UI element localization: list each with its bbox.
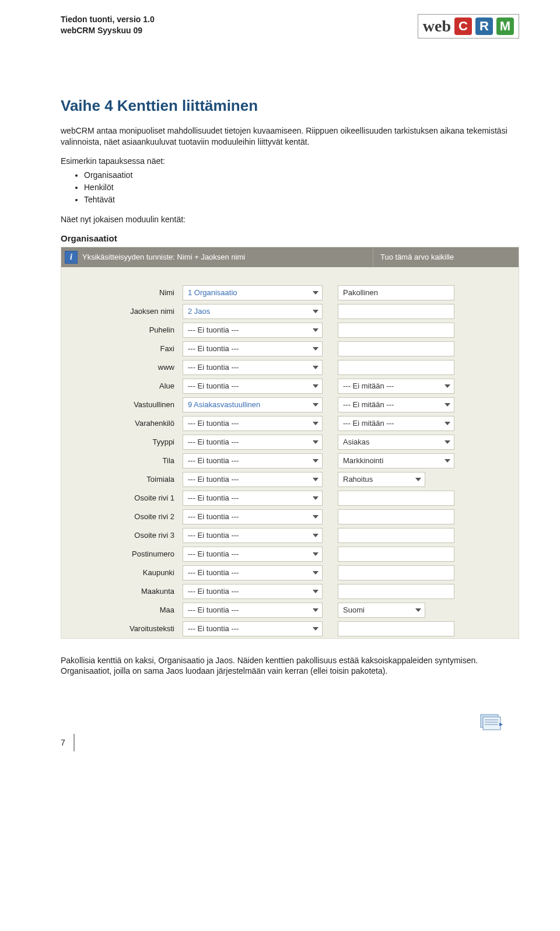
import-column-select[interactable]: --- Ei tuontia --- [183,341,323,356]
list-item: Tehtävät [84,194,519,206]
page-number-block: 7 [61,734,519,751]
import-column-select[interactable]: --- Ei tuontia --- [183,621,323,636]
default-value-cell [338,621,454,636]
default-value-cell: --- Ei mitään --- [338,379,454,394]
default-value-select[interactable]: --- Ei mitään --- [338,416,454,431]
import-column-select[interactable]: 9 Asiakasvastuullinen [183,397,323,412]
select-value: --- Ei tuontia --- [188,568,239,577]
default-value-input[interactable]: Pakollinen [338,285,454,300]
list-item: Henkilöt [84,181,519,194]
default-value-select[interactable]: Suomi [338,603,425,618]
field-label: Puhelin [61,326,178,334]
document-subtitle: webCRM Syyskuu 09 [61,25,155,36]
field-label: Osoite rivi 2 [61,512,178,521]
info-icon[interactable]: i [65,251,78,264]
import-column-select[interactable]: --- Ei tuontia --- [183,528,323,543]
import-column-select[interactable]: --- Ei tuontia --- [183,416,323,431]
select-value: Asiakas [343,438,370,446]
field-row: Osoite rivi 2--- Ei tuontia --- [61,508,519,526]
chevron-down-icon [313,366,318,369]
import-column-select[interactable]: --- Ei tuontia --- [183,565,323,580]
default-value-cell [338,304,454,319]
chevron-down-icon [313,496,318,500]
page-number-divider [74,734,75,751]
chevron-down-icon [313,328,318,332]
default-value-select[interactable]: --- Ei mitään --- [338,397,454,412]
chevron-down-icon [444,403,450,407]
chevron-down-icon [313,515,318,519]
default-value-select[interactable]: Asiakas [338,435,454,450]
field-row: www--- Ei tuontia --- [61,358,519,377]
logo-text: web [423,17,451,36]
default-value-input[interactable] [338,360,454,375]
chevron-down-icon [313,384,318,388]
default-value-cell: Asiakas [338,435,454,450]
field-label: Maakunta [61,587,178,596]
chevron-down-icon [444,440,450,444]
field-row: Tyyppi--- Ei tuontia ---Asiakas [61,433,519,452]
chevron-down-icon [313,627,318,631]
example-list: Organisaatiot Henkilöt Tehtävät [78,169,519,206]
import-column-select[interactable]: --- Ei tuontia --- [183,547,323,562]
field-label: Vastuullinen [61,400,178,409]
import-column-select[interactable]: --- Ei tuontia --- [183,491,323,506]
field-row: Jaoksen nimi2 Jaos [61,302,519,321]
field-label: Faxi [61,344,178,353]
import-column-select[interactable]: --- Ei tuontia --- [183,323,323,338]
list-item: Organisaatiot [84,169,519,181]
default-value-cell [338,584,454,599]
field-label: Postinumero [61,550,178,558]
default-value-cell [338,491,454,506]
mapping-panel: i Yksikäsitteisyyden tunniste: Nimi + Ja… [61,247,519,639]
page-title: Vaihe 4 Kenttien liittäminen [61,97,519,115]
default-value-input[interactable] [338,565,454,580]
default-value-cell: --- Ei mitään --- [338,416,454,431]
field-row: Varahenkilö--- Ei tuontia ------ Ei mitä… [61,414,519,433]
import-column-select[interactable]: --- Ei tuontia --- [183,509,323,524]
import-column-select[interactable]: --- Ei tuontia --- [183,360,323,375]
default-value-input[interactable] [338,491,454,506]
default-value-input[interactable] [338,509,454,524]
select-value: 1 Organisaatio [188,288,237,297]
select-value: Suomi [343,606,365,614]
select-value: --- Ei tuontia --- [188,550,239,558]
field-label: Varahenkilö [61,419,178,428]
import-column-select[interactable]: --- Ei tuontia --- [183,584,323,599]
default-value-cell: --- Ei mitään --- [338,397,454,412]
import-column-select[interactable]: 1 Organisaatio [183,285,323,300]
import-column-select[interactable]: --- Ei tuontia --- [183,379,323,394]
chevron-down-icon [313,608,318,612]
field-label: www [61,363,178,372]
chevron-down-icon [313,291,318,295]
default-value-cell: Suomi [338,603,425,618]
document-title: Tiedon tuonti, versio 1.0 [61,14,155,25]
import-column-select[interactable]: --- Ei tuontia --- [183,603,323,618]
default-value-select[interactable]: --- Ei mitään --- [338,379,454,394]
field-label: Osoite rivi 1 [61,494,178,502]
import-column-select[interactable]: --- Ei tuontia --- [183,453,323,468]
import-column-select[interactable]: 2 Jaos [183,304,323,319]
chevron-down-icon [313,590,318,593]
default-value-input[interactable] [338,304,454,319]
import-column-select[interactable]: --- Ei tuontia --- [183,435,323,450]
chevron-down-icon [444,459,450,463]
panel-header-right: Tuo tämä arvo kaikille [373,247,519,267]
select-value: --- Ei tuontia --- [188,438,239,446]
field-label: Toimiala [61,475,178,484]
bottom-paragraph: Pakollisia kenttiä on kaksi, Organisaati… [61,655,519,677]
default-value-input[interactable] [338,547,454,562]
chevron-down-icon [313,403,318,407]
select-value: --- Ei mitään --- [343,400,394,409]
default-value-input[interactable] [338,584,454,599]
default-value-select[interactable]: Rahoitus [338,472,425,487]
field-row: Tila--- Ei tuontia ---Markkinointi [61,452,519,470]
default-value-input[interactable] [338,341,454,356]
default-value-select[interactable]: Markkinointi [338,453,454,468]
default-value-input[interactable] [338,323,454,338]
default-value-input[interactable] [338,528,454,543]
default-value-input[interactable] [338,621,454,636]
panel-header: i Yksikäsitteisyyden tunniste: Nimi + Ja… [61,247,519,267]
panel-rows: Nimi1 OrganisaatioPakollinenJaoksen nimi… [61,284,519,638]
chevron-down-icon [444,422,450,425]
import-column-select[interactable]: --- Ei tuontia --- [183,472,323,487]
